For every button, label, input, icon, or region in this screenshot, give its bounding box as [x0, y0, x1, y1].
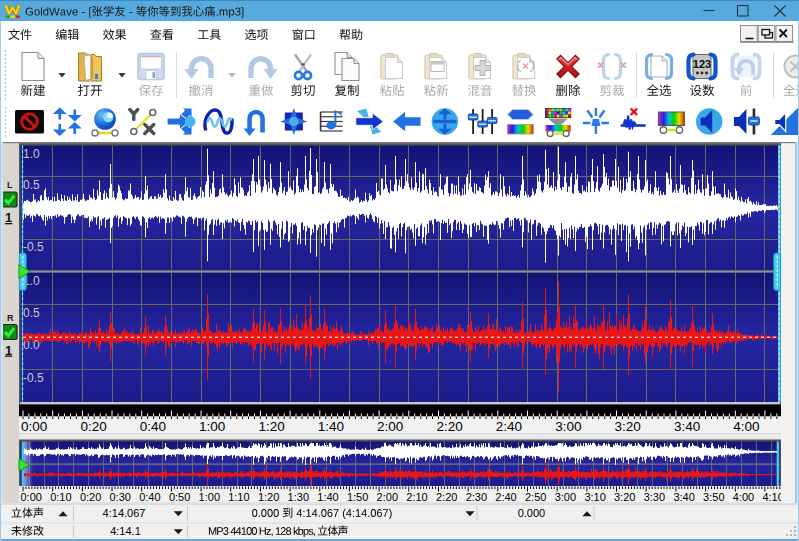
svg-text:1: 1	[5, 343, 12, 358]
svg-text:0:20: 0:20	[80, 419, 106, 434]
svg-text:1:40: 1:40	[318, 419, 344, 434]
svg-text:3:30: 3:30	[644, 491, 665, 503]
svg-text:3:20: 3:20	[615, 419, 641, 434]
svg-text:2:00: 2:00	[377, 491, 398, 503]
svg-text:1:30: 1:30	[288, 491, 309, 503]
svg-text:1:40: 1:40	[317, 491, 338, 503]
svg-text:3:40: 3:40	[673, 491, 694, 503]
svg-text:0:00: 0:00	[21, 419, 47, 434]
svg-text:0:10: 0:10	[50, 491, 71, 503]
svg-text:2:10: 2:10	[406, 491, 427, 503]
svg-text:4:10: 4:10	[762, 491, 783, 503]
svg-text:0:40: 0:40	[140, 419, 166, 434]
svg-text:0:20: 0:20	[80, 491, 101, 503]
svg-text:2:30: 2:30	[466, 491, 487, 503]
svg-text:2:50: 2:50	[525, 491, 546, 503]
svg-text:3:50: 3:50	[703, 491, 724, 503]
svg-text:1:20: 1:20	[258, 491, 279, 503]
svg-text:-0.5: -0.5	[23, 240, 44, 254]
svg-text:3:10: 3:10	[584, 491, 605, 503]
svg-text:2:00: 2:00	[377, 419, 403, 434]
svg-text:0:50: 0:50	[169, 491, 190, 503]
svg-text:R: R	[7, 313, 14, 323]
svg-text:1:10: 1:10	[228, 491, 249, 503]
svg-text:0.5: 0.5	[23, 178, 40, 192]
svg-text:1:20: 1:20	[258, 419, 284, 434]
svg-text:4:14.1: 4:14.1	[110, 525, 141, 537]
svg-text:1:00: 1:00	[199, 419, 225, 434]
svg-text:123: 123	[693, 58, 711, 70]
svg-text:4:14.067: 4:14.067	[103, 507, 146, 519]
svg-text:0.5: 0.5	[23, 306, 40, 320]
svg-text:4:00: 4:00	[733, 491, 754, 503]
svg-text:2:20: 2:20	[437, 419, 463, 434]
svg-text:0:40: 0:40	[139, 491, 160, 503]
svg-text:2:40: 2:40	[495, 491, 516, 503]
svg-text:2:40: 2:40	[496, 419, 522, 434]
svg-text:0:00: 0:00	[21, 491, 42, 503]
svg-text:3:20: 3:20	[614, 491, 635, 503]
svg-text:4:00: 4:00	[733, 419, 759, 434]
svg-text:1:00: 1:00	[199, 491, 220, 503]
svg-text:3:00: 3:00	[555, 491, 576, 503]
svg-text:2:20: 2:20	[436, 491, 457, 503]
svg-text:-0.5: -0.5	[23, 371, 44, 385]
svg-text:1:50: 1:50	[347, 491, 368, 503]
svg-text:0.000: 0.000	[518, 507, 546, 519]
svg-text:1: 1	[5, 210, 12, 225]
svg-text:3:40: 3:40	[674, 419, 700, 434]
svg-text:L: L	[7, 180, 13, 190]
svg-text:3:00: 3:00	[555, 419, 581, 434]
svg-text:0:30: 0:30	[110, 491, 131, 503]
svg-text:1.0: 1.0	[23, 147, 40, 161]
